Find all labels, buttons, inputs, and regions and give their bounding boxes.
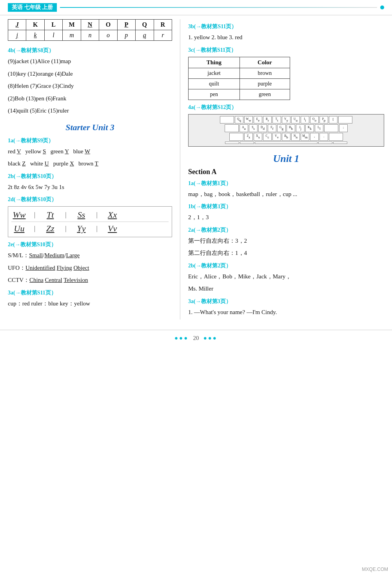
section-3a-label: 3a(→教材第S11页）: [8, 289, 172, 296]
alpha-cell: R: [154, 20, 172, 30]
section-4a-label: 4a(→教材第S12页）: [188, 104, 384, 111]
alpha-cell: J: [8, 20, 26, 30]
kb-key-gG: Gg: [277, 124, 286, 132]
thing-2: quilt: [189, 78, 240, 89]
kb-key-dD: Dd: [258, 124, 267, 132]
answer-1a-r: map，bag，book，basketball，ruler，cup ...: [188, 189, 384, 200]
kb-key-bB: Bb: [282, 133, 290, 141]
kb-key-hH: Hh: [287, 124, 295, 132]
kb-row-2: Aa Ss Dd Ff Gg Hh Jj Kk Ll :: [190, 124, 382, 132]
kb-key-wW: Ww: [244, 116, 253, 124]
letter-u: U: [45, 160, 49, 167]
header-dot: [380, 5, 384, 9]
kb-key-fF: Ff: [268, 124, 276, 132]
alpha-cell: r: [154, 30, 172, 41]
col-color: Color: [240, 57, 290, 68]
answer-3a: cup：red ruler：blue key：yellow: [8, 299, 172, 309]
page-number-bar: ●●● 20 ●●●: [0, 330, 392, 346]
kb-key-yY: Yy: [282, 116, 290, 124]
letter-z: Z: [22, 160, 25, 167]
kb-row-3: Zz Xx Cc Vv Bb Nn Mm , .: [190, 133, 382, 141]
color-table-row-1: jacket brown: [189, 68, 290, 78]
alpha-cell: m: [63, 30, 81, 41]
kb-key-caps: [225, 124, 239, 132]
section-1a-label: 1a(→教材第S9页）: [8, 137, 172, 144]
alpha-cell: p: [117, 30, 135, 41]
kb-key-ctrl-r: [333, 142, 347, 144]
kb-key-rR: Rr: [263, 116, 272, 124]
color-table-header: Thing Color: [189, 57, 290, 68]
kb-key-bracket: [: [329, 116, 338, 124]
answer-2b-r2: Ms. Miller: [188, 284, 384, 294]
answer-2b-r1: Eric，Alice，Bob，Mike，Jack，Mary，: [188, 272, 384, 282]
book-title: 英语 七年级 上册: [8, 3, 57, 12]
kb-key-shift-l: [229, 133, 243, 141]
kb-key-mM: Mm: [301, 133, 309, 141]
kb-key-colon: :: [339, 124, 348, 132]
color-table: Thing Color jacket brown quilt purple pe…: [188, 57, 290, 100]
kb-key-nN: Nn: [291, 133, 300, 141]
answer-4b-3: (8)Helen (7)Grace (3)Cindy: [8, 81, 172, 91]
kb-key-tT: Tt: [272, 116, 281, 124]
alpha-cell: n: [81, 30, 99, 41]
kb-key-sS: Ss: [249, 124, 258, 132]
section-2b-label: 2b(→教材第S10页）: [8, 173, 172, 180]
watermark: MXQE.COM: [362, 567, 388, 572]
kb-key-kK: Kk: [305, 124, 314, 132]
hw-row-2: Uu | Zz | Yy | Vv: [11, 222, 169, 235]
hw-Xx: Xx: [105, 210, 120, 220]
kb-row-4: [190, 142, 382, 144]
section-2a-r-label: 2a(→教材第2页）: [188, 227, 384, 234]
kb-spacebar: [255, 142, 318, 144]
alpha-cell: j: [8, 30, 26, 41]
section-2d-label: 2d(→教材第S10页）: [8, 196, 172, 203]
answer-2a-r1: 第一行自左向右：3，2: [188, 236, 384, 246]
header-line: [60, 7, 377, 8]
thing-3: pen: [189, 89, 240, 100]
kb-key-xX: Xx: [254, 133, 262, 141]
alphabet-table: J K L M N O P Q R j k l m n o p q r: [8, 19, 172, 41]
dots-right: ●●●: [203, 335, 218, 341]
letter-x: X: [70, 160, 74, 167]
letter-y: Y: [65, 148, 69, 154]
answer-4b-4: (2)Bob (13)pen (6)Frank: [8, 94, 172, 104]
section-3a-r-label: 3a(→教材第3页）: [188, 298, 384, 305]
section-2e-label: 2e(→教材第S10页）: [8, 241, 172, 248]
color-table-row-3: pen green: [189, 89, 290, 100]
hw-Yy: Yy: [73, 223, 89, 234]
section-2b-r-label: 2b(→教材第2页）: [188, 262, 384, 269]
main-content: J K L M N O P Q R j k l m n o p q r: [0, 15, 392, 323]
letter-t: T: [95, 160, 98, 167]
color-3: green: [240, 89, 290, 100]
hw-Vv: Vv: [105, 223, 120, 234]
kb-key-uU: Uu: [291, 116, 300, 124]
alpha-uppercase-row: J K L M N O P Q R: [8, 20, 172, 30]
section-3b-label: 3b(→教材第S11页）: [188, 23, 384, 30]
handwriting-area: Ww | Tt | Ss | Xx Uu | Zz | Yy | Vv: [8, 206, 172, 237]
page-number: 20: [193, 335, 199, 341]
kb-key-comma: ,: [310, 133, 319, 141]
hw-Ww: Ww: [11, 210, 27, 220]
thing-1: jacket: [189, 68, 240, 78]
answer-4b-2: (10)key (12)orange (4)Dale: [8, 69, 172, 79]
kb-key-alt-r: [318, 142, 332, 144]
alpha-cell: l: [44, 30, 62, 41]
hw-row-1: Ww | Tt | Ss | Xx: [11, 208, 169, 222]
kb-key-del: [338, 116, 352, 124]
kb-key-aA: Aa: [240, 124, 248, 132]
keyboard-area: Qq Ww Ee Rr Tt Yy Uu Ii Oo Pp [ Aa Ss Dd…: [188, 114, 384, 147]
kb-key-iI: Ii: [301, 116, 309, 124]
hw-Ss: Ss: [73, 210, 89, 220]
kb-key-jJ: Jj: [296, 124, 305, 132]
dots-left: ●●●: [174, 335, 189, 341]
answer-2b: 2t 8z 4v 6x 5w 7y 3u 1s: [8, 182, 172, 193]
kb-key-shift-r: [329, 133, 343, 141]
answer-4b-5: (14)quilt (5)Eric (15)ruler: [8, 106, 172, 116]
alpha-cell: L: [44, 20, 62, 30]
kb-key-lL: Ll: [315, 124, 323, 132]
section-a-title: Section A: [188, 168, 384, 176]
kb-key-pP: Pp: [319, 116, 328, 124]
kb-key-alt-l: [240, 142, 254, 144]
answer-2a-r2: 第二行自左向右：1，4: [188, 248, 384, 258]
letter-v: V: [17, 148, 21, 154]
